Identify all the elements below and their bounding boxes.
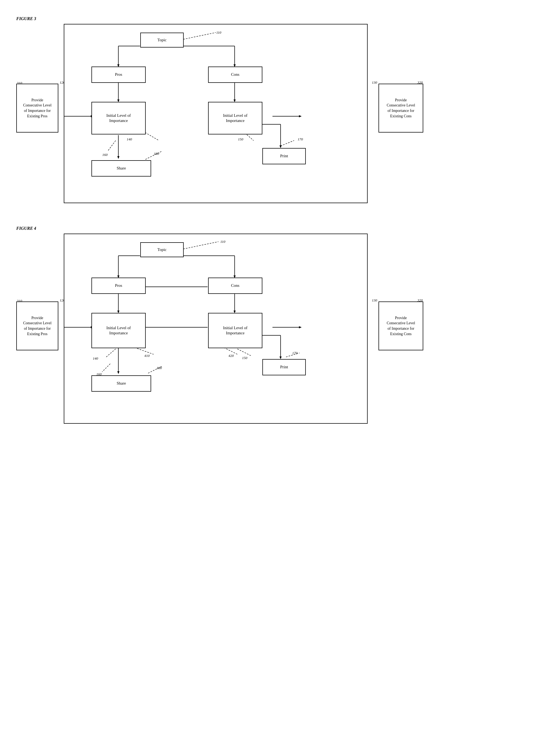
topic-box-fig4: Topic [140,242,184,257]
ref-180-fig4: 180 [156,366,162,370]
initial-importance-left-fig3: Initial Level of Importance [92,102,146,134]
figure3-label: FIGURE 3 [16,16,544,21]
ref-150-fig4: 150 [242,356,247,360]
provide-cons-box-fig4: Provide Consecutive Level of Importance … [379,301,423,350]
ref-420-fig4: 420 [229,354,234,358]
figure3-container: FIGURE 3 Provide Consecutive Level of Im… [16,16,544,204]
svg-line-23 [281,140,294,146]
ref-180-fig3: 180 [154,152,159,156]
ref-170-fig3: 170 [298,137,303,141]
svg-line-55 [102,364,110,372]
svg-marker-46 [117,371,119,374]
ref-140-fig4: 140 [93,356,98,361]
ref-170-fig4: 170 [292,351,298,355]
ref-130-fig4: 130 [372,298,377,302]
svg-line-54 [237,349,251,356]
svg-marker-13 [299,115,302,117]
pros-box-fig3: Pros [92,67,146,83]
svg-marker-18 [279,145,282,148]
svg-line-51 [135,348,153,354]
ref-310-fig3: 310 [17,81,22,85]
figure4-container: FIGURE 4 Provide Consecutive Level of Im… [16,226,544,425]
cons-box-fig4: Cons [208,278,262,294]
ref-140-fig3: 140 [127,137,132,141]
ref-320-fig3: 320 [418,80,423,85]
provide-pros-box-fig4: Provide Consecutive Level of Importance … [16,301,58,350]
svg-line-52 [224,348,237,354]
figure3-diagram: Topic Pros Cons Initial Level of Importa… [64,24,368,203]
initial-importance-right-fig4: Initial Level of Importance [208,313,262,348]
svg-line-53 [106,349,115,357]
pros-box-fig4: Pros [92,278,146,294]
provide-pros-box-fig3: Provide Consecutive Level of Importance … [16,84,58,133]
svg-line-19 [183,33,216,39]
svg-line-22 [107,140,115,151]
ref-130-fig3: 130 [372,80,377,85]
share-box-fig3: Share [92,160,151,176]
ref-150-fig3: 150 [238,137,243,141]
figure4-diagram: Topic Pros Cons Initial Level of Importa… [64,234,368,424]
print-box-fig3: Print [262,148,306,164]
provide-cons-box-fig3: Provide Consecutive Level of Importance … [379,84,423,133]
topic-box-fig3: Topic [140,33,184,47]
print-box-fig4: Print [262,359,306,375]
ref-160-fig4: 160 [96,372,102,377]
ref-110-fig4: 110 [220,239,225,244]
initial-importance-left-fig4: Initial Level of Importance [92,313,146,348]
ref-410-fig4: 410 [144,354,150,358]
ref-310-fig4: 310 [17,299,22,303]
svg-marker-15 [117,156,119,159]
share-box-fig4: Share [92,375,151,392]
initial-importance-right-fig3: Initial Level of Importance [208,102,262,134]
figure4-label: FIGURE 4 [16,226,544,231]
svg-marker-44 [299,326,302,328]
svg-line-50 [183,242,218,249]
cons-box-fig3: Cons [208,67,262,83]
svg-marker-49 [279,356,282,359]
ref-110-fig3: 110 [216,30,221,35]
ref-320-fig4: 320 [418,298,423,302]
ref-160-fig3: 160 [102,153,108,157]
